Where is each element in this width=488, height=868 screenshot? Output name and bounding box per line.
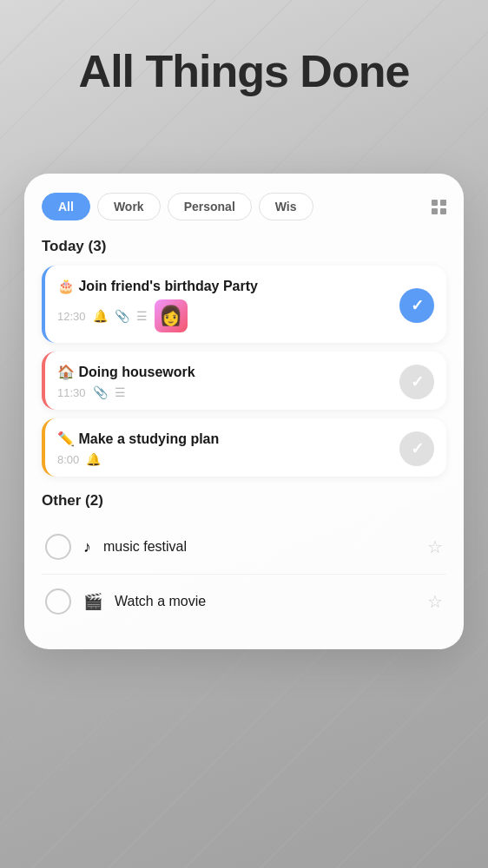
task-birthday-time: 12:30 (57, 310, 86, 323)
task-study-emoji: ✏️ (57, 431, 75, 446)
task-birthday-title: 🎂 Join friend's birthday Party (57, 278, 389, 294)
movie-icon: 🎬 (83, 592, 102, 611)
task-housework-title: 🏠 Doing housework (57, 364, 389, 380)
grid-view-button[interactable] (432, 200, 446, 214)
bell-icon: 🔔 (93, 309, 108, 323)
task-movie-title: Watch a movie (115, 594, 415, 609)
task-music: ♪ music festival ☆ (42, 520, 446, 575)
grid-dot-1 (432, 200, 438, 206)
tab-all[interactable]: All (42, 193, 90, 220)
task-birthday-thumb: 👩 (155, 299, 188, 332)
task-birthday: 🎂 Join friend's birthday Party 12:30 🔔 📎… (42, 266, 446, 343)
task-study: ✏️ Make a studying plan 8:00 🔔 ✓ (42, 418, 446, 477)
task-study-content: ✏️ Make a studying plan 8:00 🔔 (57, 431, 389, 466)
tab-work[interactable]: Work (97, 193, 161, 220)
main-card: All Work Personal Wis Today (3) 🎂 Join f… (24, 174, 464, 649)
task-birthday-emoji: 🎂 (57, 279, 75, 293)
task-housework-content: 🏠 Doing housework 11:30 📎 ☰ (57, 364, 389, 399)
star-music-icon[interactable]: ☆ (427, 536, 443, 557)
task-music-check[interactable] (45, 534, 71, 560)
music-icon: ♪ (83, 538, 91, 556)
task-study-title: ✏️ Make a studying plan (57, 431, 389, 447)
task-movie: 🎬 Watch a movie ☆ (42, 575, 446, 628)
star-movie-icon[interactable]: ☆ (427, 591, 443, 612)
list-icon: ☰ (136, 309, 148, 323)
task-housework-emoji: 🏠 (57, 365, 75, 379)
other-section-header: Other (2) (42, 492, 446, 510)
task-study-meta: 8:00 🔔 (57, 452, 389, 466)
clip-icon: 📎 (115, 309, 129, 323)
tab-personal[interactable]: Personal (168, 193, 252, 220)
grid-dot-4 (440, 208, 446, 214)
bell-icon-2: 🔔 (86, 452, 101, 466)
task-birthday-meta: 12:30 🔔 📎 ☰ 👩 (57, 299, 389, 332)
other-section: Other (2) ♪ music festival ☆ 🎬 Watch a m… (42, 492, 446, 628)
task-birthday-content: 🎂 Join friend's birthday Party 12:30 🔔 📎… (57, 278, 389, 332)
grid-dot-2 (440, 200, 446, 206)
tab-wish[interactable]: Wis (259, 193, 313, 220)
task-birthday-check[interactable]: ✓ (399, 288, 434, 323)
task-housework: 🏠 Doing housework 11:30 📎 ☰ ✓ (42, 352, 446, 410)
task-study-check[interactable]: ✓ (399, 431, 434, 466)
checkmark-icon: ✓ (411, 296, 424, 315)
task-movie-check[interactable] (45, 589, 71, 615)
task-study-time: 8:00 (57, 453, 79, 466)
checkmark-icon-3: ✓ (411, 439, 424, 458)
task-housework-time: 11:30 (57, 386, 86, 399)
app-title: All Things Done (0, 45, 488, 97)
clip-icon-2: 📎 (93, 385, 108, 399)
checkmark-icon-2: ✓ (411, 372, 424, 391)
task-housework-meta: 11:30 📎 ☰ (57, 385, 389, 399)
list-icon-2: ☰ (115, 385, 126, 399)
task-music-title: music festival (103, 539, 415, 555)
grid-dot-3 (432, 208, 438, 214)
task-housework-check[interactable]: ✓ (399, 365, 434, 399)
today-section-header: Today (3) (42, 238, 446, 255)
filter-tabs: All Work Personal Wis (42, 193, 446, 220)
